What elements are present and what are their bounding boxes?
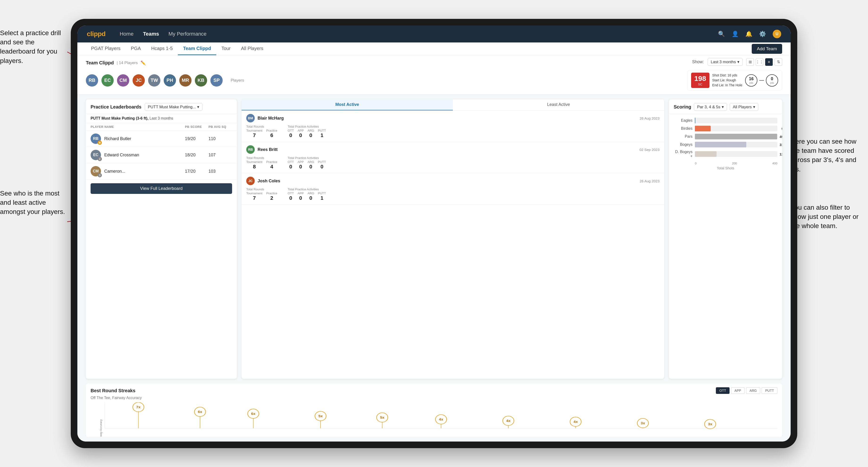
tablet-screen: clippd Home Teams My Performance 🔍 👤 🔔 ⚙… [78,26,790,441]
activity-player-blair-header: BM Blair McHarg 26 Aug 2023 [246,114,659,122]
edit-icon[interactable]: ✏️ [141,60,146,66]
chart-x-labels: 0 200 400 [674,161,777,165]
nav-links: Home Teams My Performance [120,31,206,37]
bar-pars: Pars 499 [674,134,777,139]
view-icon-list[interactable]: ≡ [765,58,773,66]
filter-arg[interactable]: ARG [746,387,760,394]
activity-player-blair: BM Blair McHarg 26 Aug 2023 Total Rounds… [242,111,664,142]
activity-player-rees: RB Rees Britt 02 Sep 2023 Total Rounds T… [242,142,664,173]
svg-text:5x: 5x [318,414,323,418]
tablet-frame: clippd Home Teams My Performance 🔍 👤 🔔 ⚙… [71,19,797,448]
activity-tabs: Most Active Least Active [242,99,664,111]
bar-label-eagles: Eagles [674,118,692,123]
sub-nav-pgat[interactable]: PGAT Players [86,42,126,55]
drill-dropdown[interactable]: PUTT Must Make Putting... ▾ [145,103,203,111]
show-filter-row: Show: Last 3 months ▾ ⊞ ⋮⋮ ≡ ⇅ [692,58,782,66]
filter-putt[interactable]: PUTT [762,387,777,394]
player-avatar-4[interactable]: JC [132,74,145,87]
player-avatar-9[interactable]: SP [210,74,223,87]
streaks-chart-area: % Fairway Accuracy 7x 6x [91,402,777,433]
lb-player-row-1[interactable]: RB ★ Richard Butler 19/20 110 [86,131,237,147]
player-avatar-1[interactable]: RB [86,74,98,87]
filter-ott[interactable]: OTT [716,387,730,394]
settings-icon[interactable]: ⚙️ [759,31,766,37]
activity-avatar-blair: BM [246,114,255,122]
activity-name-rees: Rees Britt [257,147,278,152]
activity-player-josh-header: JC Josh Coles 26 Aug 2023 [246,177,659,185]
lb-player-info-3: CM 3 Cameron... [91,166,185,177]
bar-fill-pars [695,134,777,139]
svg-text:6x: 6x [251,412,256,415]
show-label: Show: [692,59,704,64]
svg-text:5x: 5x [380,415,384,419]
shot-info: Shot Dist: 16 yds Start Lie: Rough End L… [712,73,742,88]
player-avatar-8[interactable]: KB [195,74,207,87]
scoring-players-dropdown[interactable]: All Players ▾ [730,103,758,111]
navbar: clippd Home Teams My Performance 🔍 👤 🔔 ⚙… [78,26,790,42]
lb-col-headers: PLAYER NAME PB SCORE PB AVG SQ [86,123,237,131]
lb-score-1: 19/20 [185,136,209,141]
player-avatar-6[interactable]: PH [164,74,176,87]
player-avatar-7[interactable]: MR [179,74,191,87]
lb-player-row-2[interactable]: EC 2 Edward Crossman 18/20 107 [86,147,237,163]
annotation-right2: You can also filter to show just one pla… [790,203,866,231]
practice-leaderboards-title: Practice Leaderboards [91,104,142,110]
bar-value-dbogeys: 131 [780,152,782,156]
sub-nav-all-players[interactable]: All Players [236,42,269,55]
lb-avg-1: 110 [209,136,232,141]
view-icon-grid[interactable]: ⋮⋮ [756,58,763,66]
bar-label-dbogeys: D. Bogeys + [674,150,692,158]
svg-text:3x: 3x [641,421,645,425]
player-avatar-3[interactable]: CM [117,74,129,87]
tab-most-active[interactable]: Most Active [242,99,453,111]
shot-circles-row: 16 yds 0 yds [745,74,778,87]
lb-name-1: Richard Butler [104,136,131,141]
best-rounds-subtitle: Off The Tee, Fairway Accuracy [91,396,777,400]
sub-nav-pga[interactable]: PGA [126,42,146,55]
activity-stats-blair: Total Rounds Tournament 7 Practice 6 [246,125,659,138]
filter-app[interactable]: APP [731,387,745,394]
user-icon[interactable]: 👤 [732,31,739,37]
activity-name-blair: Blair McHarg [257,116,284,121]
bar-fill-eagles [695,118,695,123]
nav-link-my-performance[interactable]: My Performance [168,31,206,37]
player-avatar-2[interactable]: EC [101,74,114,87]
lb-score-3: 17/20 [185,169,209,174]
svg-text:3x: 3x [708,422,713,426]
shot-unit: SC [698,83,703,86]
activity-date-blair: 26 Aug 2023 [640,116,659,120]
lb-player-info-2: EC 2 Edward Crossman [91,150,185,160]
nav-link-home[interactable]: Home [120,31,133,37]
player-avatar-5[interactable]: TW [148,74,160,87]
nav-avatar[interactable]: U [773,30,781,38]
view-full-leaderboard-button[interactable]: View Full Leaderboard [91,183,232,194]
add-team-button[interactable]: Add Team [752,44,782,54]
sub-nav-team-clippd[interactable]: Team Clippd [178,42,216,55]
nav-link-teams[interactable]: Teams [143,31,159,37]
activity-player-josh: JC Josh Coles 26 Aug 2023 Total Rounds T… [242,173,664,205]
bell-icon[interactable]: 🔔 [745,31,752,37]
view-icon-grid-small[interactable]: ⊞ [746,58,754,66]
practice-leaderboards-header: Practice Leaderboards PUTT Must Make Put… [86,99,237,114]
lb-player-info-1: RB ★ Richard Butler [91,133,185,144]
lb-player-row-3[interactable]: CM 3 Cameron... 17/20 103 [86,163,237,180]
scoring-title: Scoring [674,104,691,110]
bar-bogeys: Bogeys 311 [674,142,777,148]
sub-navbar: PGAT Players PGA Hcaps 1-5 Team Clippd T… [78,42,790,55]
bar-value-pars: 499 [780,135,782,139]
tab-least-active[interactable]: Least Active [453,99,664,111]
bar-label-bogeys: Bogeys [674,143,692,147]
bar-label-birdies: Birdies [674,126,692,131]
svg-text:4x: 4x [439,417,443,421]
sub-nav-tour[interactable]: Tour [216,42,236,55]
view-icon-filter[interactable]: ⇅ [775,58,782,66]
show-period-dropdown[interactable]: Last 3 months ▾ [708,58,743,66]
shot-card: 198 SC Shot Dist: 16 yds Start Lie: Roug… [687,70,782,91]
activity-date-josh: 26 Aug 2023 [640,179,659,183]
scoring-par-dropdown[interactable]: Par 3, 4 & 5s ▾ [694,103,727,111]
activity-stats-rees: Total Rounds Tournament 8 Practice 4 [246,156,659,170]
sub-nav-hcaps[interactable]: Hcaps 1-5 [146,42,178,55]
shot-connector [759,80,764,81]
search-icon[interactable]: 🔍 [718,31,725,37]
shot-start-circle: 16 yds [745,74,757,87]
